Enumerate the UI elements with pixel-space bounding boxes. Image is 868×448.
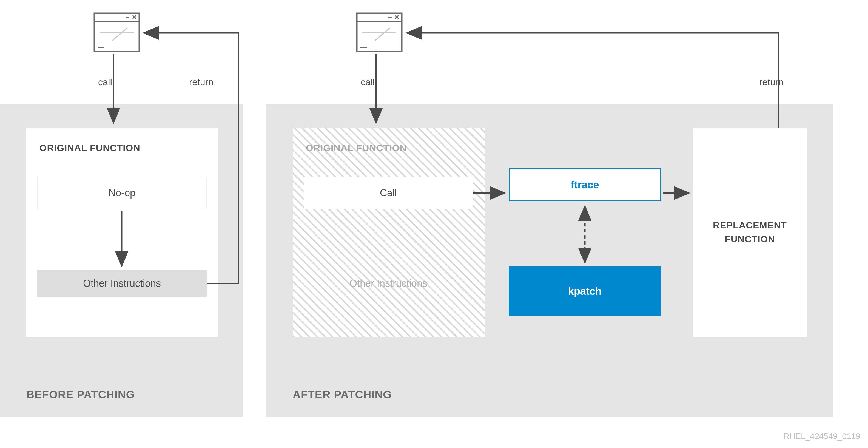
call-label-before: call [98,77,112,87]
before-state-label: BEFORE PATCHING [26,389,135,401]
kpatch-diagram: ORIGINAL FUNCTION No-op Other Instructio… [0,0,868,448]
original-function-after: ORIGINAL FUNCTION Call Other Instruction… [293,128,485,337]
original-function-title-after: ORIGINAL FUNCTION [306,143,471,153]
kpatch-box: kpatch [509,267,661,316]
after-panel: ORIGINAL FUNCTION Call Other Instruction… [267,103,833,417]
after-state-label: AFTER PATCHING [293,389,392,401]
return-label-after: return [759,77,783,87]
call-box: Call [304,177,473,209]
noop-box: No-op [37,177,207,209]
before-panel: ORIGINAL FUNCTION No-op Other Instructio… [0,103,243,417]
application-window-icon [93,12,140,53]
replacement-function-box: REPLACEMENT FUNCTION [693,128,807,337]
original-function-before: ORIGINAL FUNCTION No-op Other Instructio… [26,128,218,337]
original-function-title: ORIGINAL FUNCTION [39,143,205,153]
other-instructions-faded: Other Instructions [304,270,473,297]
application-window-icon [356,12,403,53]
return-label-before: return [189,77,214,87]
other-instructions-box: Other Instructions [37,270,207,297]
call-label-after: call [361,77,375,87]
ftrace-box: ftrace [509,168,661,201]
footer-id: RHEL_424549_0119 [783,431,860,441]
